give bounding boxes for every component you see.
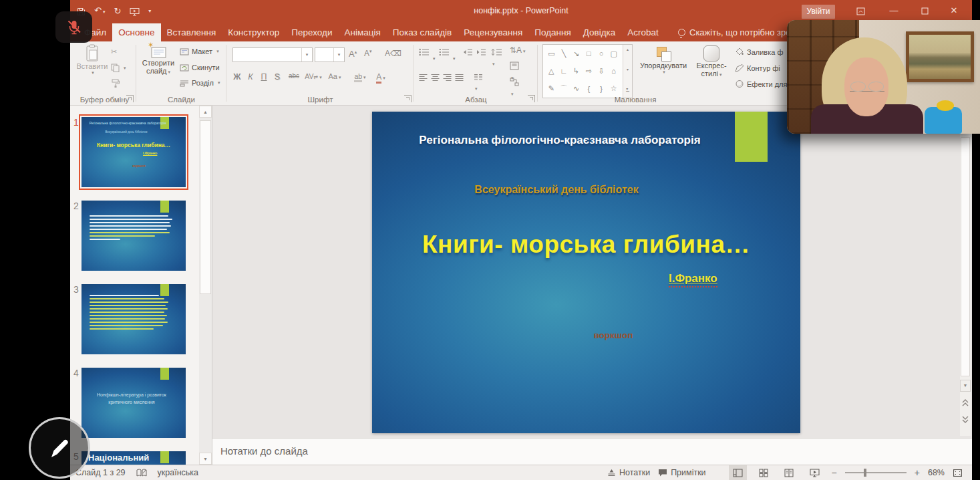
- decrease-indent-icon[interactable]: [463, 48, 473, 56]
- slide-scrollbar[interactable]: ▼: [960, 107, 971, 436]
- fit-to-window-icon[interactable]: [953, 469, 963, 477]
- slide-footnote[interactable]: воркшоп: [372, 330, 854, 340]
- normal-view-button[interactable]: [729, 465, 747, 480]
- shape-glyph[interactable]: ↘: [570, 45, 583, 62]
- text-direction-icon[interactable]: ⇅A▾: [510, 45, 526, 55]
- shape-glyph[interactable]: ↳: [570, 62, 583, 80]
- ribbon-tab[interactable]: Довідка: [577, 23, 622, 41]
- shape-glyph[interactable]: △: [545, 62, 558, 80]
- tell-me-box[interactable]: Скажіть, що потрібно зро: [671, 23, 790, 41]
- shape-glyph[interactable]: □: [583, 45, 595, 62]
- slide-thumbnail-2[interactable]: [81, 201, 186, 271]
- thumbnail-scroll-up-icon[interactable]: ▲: [199, 106, 212, 118]
- bold-button[interactable]: Ж: [231, 72, 243, 82]
- slide-thumbnail-3[interactable]: [81, 284, 186, 354]
- ribbon-tab[interactable]: Основне: [112, 23, 160, 41]
- format-painter-button[interactable]: [111, 79, 120, 88]
- slide-thumbnail-1[interactable]: Регіональна філологічно-краєзнавча лабор…: [81, 117, 186, 187]
- thumbnail-scroll-down-icon[interactable]: ▼: [199, 453, 212, 465]
- maximize-button[interactable]: [917, 5, 932, 15]
- next-slide-button[interactable]: [961, 414, 969, 424]
- shape-outline-button[interactable]: Контур фі: [735, 64, 780, 72]
- ribbon-tab[interactable]: Переходи: [285, 23, 338, 41]
- grow-font-icon[interactable]: A▴: [349, 49, 357, 59]
- layout-button[interactable]: Макет▾: [180, 47, 219, 55]
- ribbon-tab[interactable]: Анімація: [338, 23, 386, 41]
- thumbnail-scrollbar[interactable]: ▲ ▼: [199, 106, 212, 465]
- strikethrough-button[interactable]: abc: [286, 72, 302, 80]
- undo-icon[interactable]: ↶▾: [94, 4, 105, 19]
- justify-icon[interactable]: [455, 74, 464, 82]
- minimize-button[interactable]: —: [886, 5, 901, 15]
- bullets-dd-icon[interactable]: ▾: [432, 51, 436, 63]
- shape-glyph[interactable]: ▭: [545, 45, 558, 62]
- close-button[interactable]: ✕: [947, 5, 961, 15]
- section-button[interactable]: Розділ▾: [180, 79, 220, 87]
- align-left-icon[interactable]: [419, 74, 428, 82]
- start-slideshow-icon[interactable]: [130, 7, 140, 16]
- zoom-slider[interactable]: [845, 472, 907, 473]
- character-spacing-button[interactable]: AV⇄▾: [305, 72, 322, 80]
- font-size-combo[interactable]: ▾: [315, 47, 345, 62]
- slide-heading[interactable]: Регіональна філологічно-краєзнавча лабор…: [372, 134, 748, 147]
- highlight-color-button[interactable]: ab▾: [351, 72, 369, 80]
- italic-button[interactable]: К: [244, 72, 257, 82]
- slide-subtitle[interactable]: Всеукраїнський день бібліотек: [372, 184, 741, 196]
- increase-indent-icon[interactable]: [476, 48, 486, 56]
- change-case-button[interactable]: Aa▾: [326, 72, 343, 80]
- ribbon-tab[interactable]: Acrobat: [621, 23, 665, 41]
- shape-glyph[interactable]: ⇨: [583, 62, 595, 80]
- spellcheck-icon[interactable]: [136, 469, 147, 477]
- ribbon-tab[interactable]: Показ слайдів: [387, 23, 458, 41]
- clear-formatting-icon[interactable]: A⌫: [385, 49, 401, 58]
- quick-styles-button[interactable]: Експрес- стилі▾: [693, 45, 729, 78]
- slide-thumbnail-4[interactable]: Нонфікшн-література і розвиток критичног…: [81, 368, 186, 438]
- microphone-muted-button[interactable]: [55, 11, 92, 43]
- align-right-icon[interactable]: [443, 74, 452, 82]
- zoom-in-button[interactable]: +: [915, 467, 920, 478]
- copy-button[interactable]: ▾: [111, 64, 126, 72]
- shape-glyph[interactable]: ⇩: [595, 62, 608, 80]
- arrange-button[interactable]: Упорядкувати ▾: [636, 45, 691, 75]
- current-slide[interactable]: Регіональна філологічно-краєзнавча лабор…: [372, 112, 800, 433]
- customize-qat-icon[interactable]: ▾: [148, 5, 151, 18]
- shape-glyph[interactable]: ○: [595, 45, 608, 62]
- thumbnail-scroll-thumb[interactable]: [200, 120, 211, 294]
- previous-slide-button[interactable]: [961, 398, 969, 408]
- notes-pane[interactable]: Нотатки до слайда: [212, 438, 972, 465]
- slide-scroll-thumb[interactable]: [961, 137, 970, 376]
- shape-glyph[interactable]: ⌂: [607, 62, 620, 80]
- slide-title[interactable]: Книги- морська глибина…: [372, 231, 800, 259]
- sign-in-button[interactable]: Увійти: [802, 5, 835, 19]
- comments-toggle[interactable]: Примітки: [658, 468, 705, 477]
- align-center-icon[interactable]: [431, 74, 440, 82]
- reading-view-button[interactable]: [780, 465, 798, 480]
- ribbon-tab[interactable]: Вставлення: [161, 23, 222, 41]
- slide-sorter-view-button[interactable]: [755, 465, 772, 480]
- language-indicator[interactable]: українська: [158, 468, 198, 477]
- notes-toggle[interactable]: Нотатки: [607, 468, 650, 477]
- slide-thumbnail-5[interactable]: Національний тиждень: [81, 451, 186, 465]
- webcam-overlay[interactable]: [787, 20, 980, 134]
- zoom-slider-thumb[interactable]: [864, 469, 866, 477]
- bullets-icon[interactable]: [419, 48, 430, 56]
- paste-button[interactable]: Вставити ▾: [76, 44, 108, 76]
- columns-icon[interactable]: ▾: [474, 74, 483, 93]
- line-spacing-icon[interactable]: ▾: [491, 48, 502, 68]
- shape-glyph[interactable]: ∟: [558, 62, 570, 80]
- shapes-gallery-scrollbar[interactable]: ▴▾▾▔: [623, 45, 632, 98]
- numbering-dd-icon[interactable]: ▾: [452, 51, 456, 63]
- ribbon-tab[interactable]: Конструктор: [222, 23, 285, 41]
- font-name-combo[interactable]: ▾: [232, 47, 313, 62]
- paragraph-dialog-launcher-icon[interactable]: [528, 95, 535, 102]
- ribbon-tab[interactable]: Рецензування: [458, 23, 528, 41]
- clipboard-dialog-launcher-icon[interactable]: [126, 95, 134, 102]
- numbering-icon[interactable]: [439, 48, 450, 56]
- shape-fill-button[interactable]: Заливка ф: [735, 47, 783, 56]
- cut-button[interactable]: ✂: [111, 47, 117, 56]
- shapes-gallery[interactable]: ▭╲↘□○▢△∟↳⇨⇩⌂✎⌒∿{}☆ ▴▾▾▔: [542, 44, 633, 98]
- reset-button[interactable]: Скинути: [180, 64, 220, 72]
- underline-button[interactable]: П: [258, 72, 270, 82]
- shrink-font-icon[interactable]: A▾: [364, 49, 372, 58]
- zoom-level[interactable]: 68%: [928, 468, 945, 477]
